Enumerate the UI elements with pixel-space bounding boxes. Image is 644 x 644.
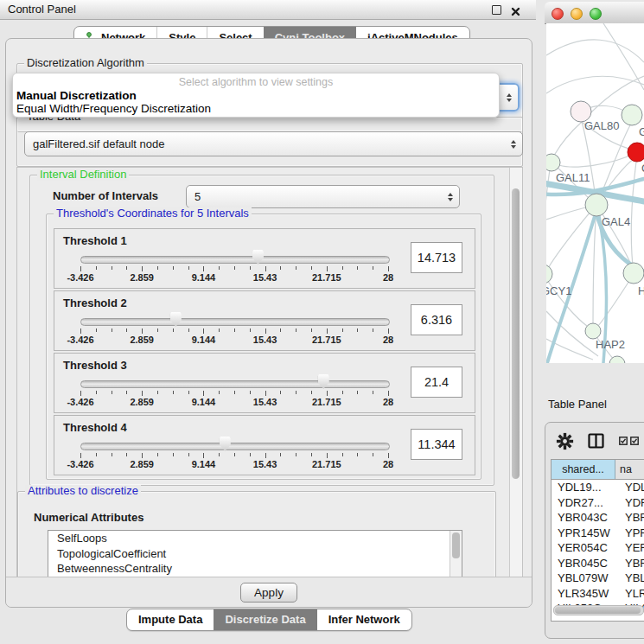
- list-scrollbar[interactable]: [450, 531, 462, 578]
- interval-legend: Interval Definition: [37, 169, 129, 181]
- table-data-combobox[interactable]: galFiltered.sif default node: [24, 131, 523, 156]
- table-data-value: galFiltered.sif default node: [33, 137, 164, 150]
- threshold-value-field[interactable]: 21.4: [411, 367, 462, 398]
- threshold-box: Threshold 3 -3.4262.8599.14415.4321.7152…: [54, 353, 475, 413]
- thresholds-group: Threshold's Coordinates for 5 Intervals …: [46, 214, 481, 480]
- slider-scale-labels: -3.4262.8599.14415.4321.71528: [80, 335, 388, 345]
- numerical-attributes-list[interactable]: SelfLoopsTopologicalCoefficientBetweenne…: [48, 530, 462, 578]
- close-icon[interactable]: [511, 4, 520, 20]
- network-node-label: GAL: [639, 125, 644, 138]
- network-node-label: GAL80: [584, 119, 619, 132]
- slider-scale-labels: -3.4262.8599.14415.4321.71528: [80, 272, 388, 283]
- network-node-label: H: [638, 284, 644, 297]
- table-panel: shared... na YDL19...YDL1YDR27...YDR2YBR…: [545, 422, 644, 639]
- algorithm-dropdown-popup: Select algorithm to view settings Manual…: [12, 73, 500, 118]
- settings-scroll-area: Interval Definition Number of Intervals …: [16, 167, 523, 578]
- table-row[interactable]: YPR145WYPR1: [552, 526, 644, 541]
- threshold-label: Threshold 4: [63, 421, 127, 434]
- network-node-label: GAL11: [556, 171, 590, 184]
- table-row[interactable]: YDR27...YDR2: [552, 495, 644, 511]
- attributes-group: Attributes to discretize Numerical Attri…: [17, 491, 496, 578]
- network-window: GAL80GALCGAL11GAL4GCY1HHAP2: [538, 0, 644, 388]
- num-intervals-value: 5: [194, 190, 201, 203]
- checkbox-icon: [630, 437, 639, 445]
- num-intervals-combobox[interactable]: 5: [186, 185, 460, 208]
- network-node-gal4[interactable]: [585, 194, 608, 216]
- table-panel-toolbar: [545, 430, 644, 454]
- slider-ticks: [80, 328, 388, 335]
- table-panel-title: Table Panel: [548, 393, 607, 416]
- apply-button[interactable]: Apply: [240, 583, 297, 603]
- control-panel-titlebar: Control Panel: [0, 0, 536, 20]
- network-node-gal[interactable]: [622, 105, 642, 125]
- table-row[interactable]: YER054CYER0: [552, 540, 644, 556]
- tab-discretize-data[interactable]: Discretize Data: [214, 609, 316, 630]
- app-root: Control Panel NetworkStyleSelectCyni Too…: [0, 0, 644, 644]
- network-node-hap2[interactable]: [585, 323, 601, 339]
- float-window-icon[interactable]: [492, 5, 501, 15]
- network-node-c[interactable]: [628, 143, 644, 162]
- slider-track[interactable]: [80, 443, 390, 450]
- network-node-gal11[interactable]: [546, 154, 560, 171]
- network-node-label: GCY1: [546, 284, 571, 297]
- apply-row: Apply: [6, 577, 532, 607]
- algorithm-option-equal-width[interactable]: Equal Width/Frequency Discretization: [16, 102, 211, 115]
- select-columns-icons[interactable]: [619, 437, 639, 445]
- network-canvas[interactable]: GAL80GALCGAL11GAL4GCY1HHAP2: [546, 23, 644, 363]
- attribute-list-item[interactable]: TopologicalCoefficient: [48, 546, 462, 562]
- settings-scrollbar[interactable]: [509, 168, 522, 577]
- interval-definition-group: Interval Definition Number of Intervals …: [29, 175, 494, 486]
- slider-ticks: [80, 391, 388, 397]
- table-row[interactable]: YBL079WYBL0: [552, 571, 644, 586]
- threshold-value-field[interactable]: 11.344: [411, 429, 462, 460]
- tab-impute-data[interactable]: Impute Data: [127, 609, 214, 630]
- column-header-name[interactable]: na: [615, 460, 644, 479]
- attribute-list-item[interactable]: SelfLoops: [48, 531, 462, 546]
- network-node-label: HAP2: [596, 338, 625, 351]
- threshold-label: Threshold 2: [63, 296, 127, 309]
- slider-ticks: [80, 266, 388, 272]
- tab-infer-network[interactable]: Infer Network: [317, 609, 411, 630]
- table-row[interactable]: YBR045CYBR0: [552, 556, 644, 571]
- table-data-group: Table Data galFiltered.sif default node: [16, 117, 523, 167]
- threshold-value-field[interactable]: 6.316: [411, 304, 462, 335]
- table-row[interactable]: YDL19...YDL1: [552, 480, 644, 495]
- table-horizontal-scrollbar[interactable]: [553, 605, 644, 615]
- bottom-tab-bar: Impute DataDiscretize DataInfer Network: [126, 609, 412, 631]
- gear-icon[interactable]: [556, 432, 574, 454]
- slider-track[interactable]: [80, 256, 390, 264]
- numerical-attributes-heading: Numerical Attributes: [34, 511, 143, 524]
- slider-track[interactable]: [80, 318, 390, 326]
- split-panel-icon[interactable]: [588, 433, 604, 452]
- algorithm-option-manual[interactable]: Manual Discretization: [16, 89, 137, 102]
- network-node-h[interactable]: [623, 263, 644, 284]
- zoom-traffic-light-icon[interactable]: [590, 8, 602, 20]
- combo-arrows-icon: [507, 93, 512, 102]
- minimize-traffic-light-icon[interactable]: [571, 8, 583, 20]
- column-header-shared-name[interactable]: shared...: [552, 460, 615, 479]
- threshold-value-field[interactable]: 14.713: [411, 242, 462, 273]
- main-panel: Discretization Algorithm Table Data galF…: [5, 38, 532, 608]
- thresholds-legend: Threshold's Coordinates for 5 Intervals: [54, 207, 252, 220]
- table-row[interactable]: YLR345WYLR3: [552, 586, 644, 602]
- node-table: shared... na YDL19...YDL1YDR27...YDR2YBR…: [551, 459, 644, 622]
- combo-arrows-icon: [448, 193, 453, 201]
- checkbox-icon: [619, 437, 628, 445]
- attribute-list-item[interactable]: BetweennessCentrality: [48, 561, 462, 577]
- table-header: shared... na: [552, 460, 644, 480]
- threshold-box: Threshold 1 -3.4262.8599.14415.4321.7152…: [54, 228, 475, 289]
- network-node-label: GAL4: [602, 215, 630, 228]
- threshold-box: Threshold 2 -3.4262.8599.14415.4321.7152…: [54, 290, 475, 351]
- close-traffic-light-icon[interactable]: [552, 8, 564, 20]
- slider-track[interactable]: [80, 380, 390, 388]
- threshold-box: Threshold 4 -3.4262.8599.14415.4321.7152…: [54, 415, 475, 475]
- table-row[interactable]: YBR043CYBR0: [552, 510, 644, 526]
- attributes-legend: Attributes to discretize: [25, 485, 141, 497]
- discretization-legend: Discretization Algorithm: [24, 57, 147, 69]
- num-intervals-label: Number of Intervals: [53, 189, 158, 202]
- network-window-titlebar: [545, 2, 644, 24]
- network-node-gcy1[interactable]: [546, 265, 552, 284]
- slider-ticks: [80, 453, 388, 459]
- panel-title: Control Panel: [8, 0, 76, 19]
- slider-scale-labels: -3.4262.8599.14415.4321.71528: [80, 397, 388, 407]
